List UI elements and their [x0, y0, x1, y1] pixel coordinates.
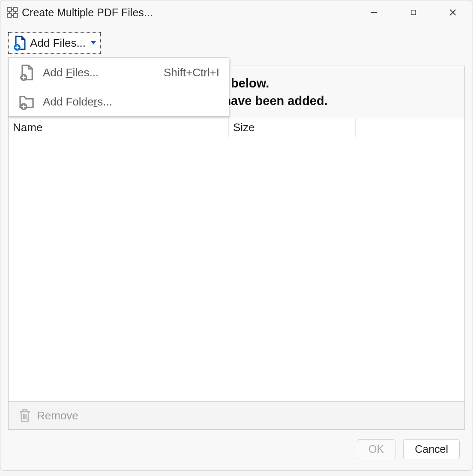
dialog-footer: OK Cancel: [0, 430, 473, 470]
column-header-size[interactable]: Size: [229, 118, 356, 137]
table-header: Name Size: [9, 118, 464, 137]
svg-rect-0: [7, 7, 11, 11]
svg-rect-2: [7, 13, 11, 17]
ok-button[interactable]: OK: [357, 439, 395, 459]
maximize-button[interactable]: [394, 0, 433, 24]
menu-item-label: Add Files...: [43, 66, 164, 79]
column-header-name[interactable]: Name: [9, 118, 229, 137]
toolbar: Add Files...: [0, 24, 473, 54]
menu-item-add-files[interactable]: Add Files... Shift+Ctrl+I: [9, 58, 229, 87]
folder-plus-icon: [18, 93, 35, 110]
menu-item-shortcut: Shift+Ctrl+I: [164, 66, 219, 79]
menu-item-add-folders[interactable]: Add Folders...: [9, 87, 229, 116]
add-files-dropdown: Add Files... Shift+Ctrl+I Add Folders...: [8, 57, 229, 117]
svg-rect-5: [411, 10, 416, 15]
app-icon: [6, 6, 18, 18]
add-file-icon: [12, 35, 27, 51]
close-button[interactable]: [433, 0, 473, 24]
menu-item-label: Add Folders...: [43, 95, 219, 108]
trash-icon: [17, 408, 33, 423]
chevron-down-icon: [91, 41, 96, 45]
add-files-button[interactable]: Add Files...: [8, 32, 101, 54]
dialog-window: Create Multiple PDF Files...: [0, 0, 473, 471]
titlebar: Create Multiple PDF Files...: [0, 0, 473, 24]
window-controls: [354, 0, 473, 24]
content-area: Add files to convert them to the list be…: [8, 66, 465, 430]
remove-bar: Remove: [9, 401, 464, 429]
table-body: [9, 137, 464, 401]
remove-button[interactable]: Remove: [37, 409, 78, 422]
minimize-button[interactable]: [354, 0, 394, 24]
file-plus-icon: [18, 64, 35, 81]
add-files-label: Add Files...: [30, 36, 86, 50]
window-title: Create Multiple PDF Files...: [22, 6, 354, 19]
svg-rect-1: [13, 7, 17, 11]
cancel-button[interactable]: Cancel: [403, 439, 460, 459]
svg-rect-3: [13, 13, 17, 17]
